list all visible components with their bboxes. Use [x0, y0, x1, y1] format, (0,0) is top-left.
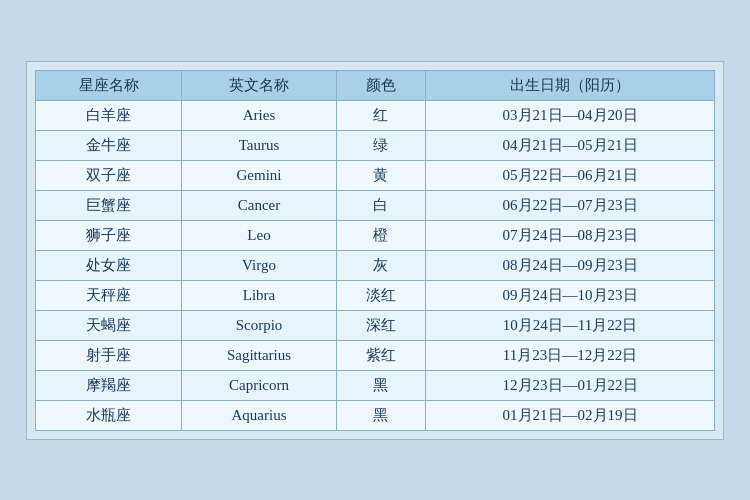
cell-color: 紫红: [336, 340, 425, 370]
header-color: 颜色: [336, 70, 425, 100]
cell-color: 黑: [336, 400, 425, 430]
cell-english-name: Leo: [182, 220, 336, 250]
cell-chinese-name: 水瓶座: [36, 400, 182, 430]
header-date: 出生日期（阳历）: [426, 70, 715, 100]
table-row: 天秤座Libra淡红09月24日—10月23日: [36, 280, 715, 310]
table-row: 巨蟹座Cancer白06月22日—07月23日: [36, 190, 715, 220]
cell-chinese-name: 白羊座: [36, 100, 182, 130]
cell-color: 橙: [336, 220, 425, 250]
table-row: 处女座Virgo灰08月24日—09月23日: [36, 250, 715, 280]
cell-date: 03月21日—04月20日: [426, 100, 715, 130]
cell-english-name: Sagittarius: [182, 340, 336, 370]
cell-color: 淡红: [336, 280, 425, 310]
cell-english-name: Capricorn: [182, 370, 336, 400]
cell-date: 09月24日—10月23日: [426, 280, 715, 310]
cell-english-name: Aries: [182, 100, 336, 130]
cell-date: 12月23日—01月22日: [426, 370, 715, 400]
zodiac-table-container: 星座名称 英文名称 颜色 出生日期（阳历） 白羊座Aries红03月21日—04…: [26, 61, 724, 440]
cell-english-name: Taurus: [182, 130, 336, 160]
cell-date: 07月24日—08月23日: [426, 220, 715, 250]
cell-english-name: Libra: [182, 280, 336, 310]
cell-color: 红: [336, 100, 425, 130]
table-body: 白羊座Aries红03月21日—04月20日金牛座Taurus绿04月21日—0…: [36, 100, 715, 430]
table-row: 天蝎座Scorpio深红10月24日—11月22日: [36, 310, 715, 340]
cell-color: 绿: [336, 130, 425, 160]
cell-date: 05月22日—06月21日: [426, 160, 715, 190]
cell-chinese-name: 巨蟹座: [36, 190, 182, 220]
cell-date: 08月24日—09月23日: [426, 250, 715, 280]
cell-chinese-name: 金牛座: [36, 130, 182, 160]
table-header-row: 星座名称 英文名称 颜色 出生日期（阳历）: [36, 70, 715, 100]
cell-date: 04月21日—05月21日: [426, 130, 715, 160]
cell-date: 01月21日—02月19日: [426, 400, 715, 430]
cell-english-name: Cancer: [182, 190, 336, 220]
cell-date: 06月22日—07月23日: [426, 190, 715, 220]
cell-color: 深红: [336, 310, 425, 340]
cell-english-name: Scorpio: [182, 310, 336, 340]
cell-color: 白: [336, 190, 425, 220]
cell-english-name: Virgo: [182, 250, 336, 280]
table-row: 双子座Gemini黄05月22日—06月21日: [36, 160, 715, 190]
header-chinese-name: 星座名称: [36, 70, 182, 100]
table-row: 金牛座Taurus绿04月21日—05月21日: [36, 130, 715, 160]
cell-chinese-name: 处女座: [36, 250, 182, 280]
cell-chinese-name: 双子座: [36, 160, 182, 190]
table-row: 摩羯座Capricorn黑12月23日—01月22日: [36, 370, 715, 400]
table-row: 白羊座Aries红03月21日—04月20日: [36, 100, 715, 130]
cell-chinese-name: 狮子座: [36, 220, 182, 250]
cell-date: 11月23日—12月22日: [426, 340, 715, 370]
cell-chinese-name: 天蝎座: [36, 310, 182, 340]
cell-color: 黑: [336, 370, 425, 400]
cell-english-name: Aquarius: [182, 400, 336, 430]
cell-color: 黄: [336, 160, 425, 190]
zodiac-table: 星座名称 英文名称 颜色 出生日期（阳历） 白羊座Aries红03月21日—04…: [35, 70, 715, 431]
cell-chinese-name: 摩羯座: [36, 370, 182, 400]
table-row: 水瓶座Aquarius黑01月21日—02月19日: [36, 400, 715, 430]
cell-date: 10月24日—11月22日: [426, 310, 715, 340]
table-row: 狮子座Leo橙07月24日—08月23日: [36, 220, 715, 250]
cell-color: 灰: [336, 250, 425, 280]
table-row: 射手座Sagittarius紫红11月23日—12月22日: [36, 340, 715, 370]
cell-english-name: Gemini: [182, 160, 336, 190]
cell-chinese-name: 天秤座: [36, 280, 182, 310]
header-english-name: 英文名称: [182, 70, 336, 100]
cell-chinese-name: 射手座: [36, 340, 182, 370]
